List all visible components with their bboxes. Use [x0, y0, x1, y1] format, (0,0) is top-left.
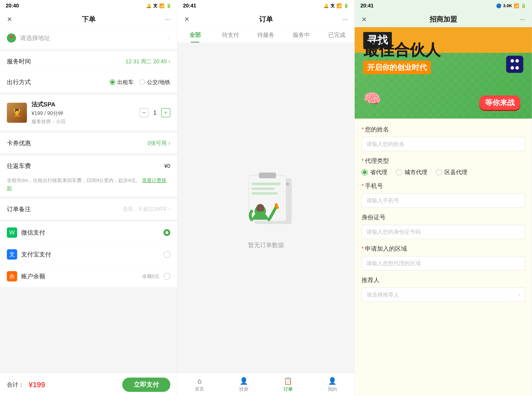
province-radio[interactable] — [362, 169, 368, 175]
battle-label: 等你来战 — [479, 95, 520, 110]
province-agent-option[interactable]: 省代理 — [362, 168, 387, 176]
battery-icon-2: 🔋 — [344, 3, 349, 8]
name-input[interactable]: 请输入您的姓名 — [362, 137, 525, 151]
city-agent-option[interactable]: 城市代理 — [396, 168, 427, 176]
best-partner-label: 最佳合伙人 — [363, 41, 523, 58]
transport-desc: 全程共0m，出租出行收取来回车费，日间9公里内，起步9元。 查看计费规则 — [0, 176, 177, 197]
tech-icon: 👤 — [239, 377, 248, 385]
service-thumbnail: 💆 — [7, 103, 27, 123]
more-button-3[interactable]: ··· — [520, 16, 525, 23]
page-title-2: 订单 — [259, 15, 273, 24]
area-input[interactable]: 请输入您想代理的区域 — [362, 256, 525, 270]
tab-pending-service[interactable]: 待服务 — [248, 27, 284, 43]
close-button-1[interactable]: ✕ — [7, 16, 12, 23]
transport-row: 出行方式 出租车 公交/地铁 — [0, 72, 177, 93]
referrer-select[interactable]: 请选择推荐人 › — [362, 288, 525, 302]
close-button-2[interactable]: ✕ — [184, 16, 190, 23]
status-bar-1: 20:40 🔔 支 📶 🔋 — [0, 0, 177, 12]
status-icons-1: 🔔 支 📶 🔋 — [146, 3, 172, 9]
status-icons-2: 🔔 支 📶 🔋 — [323, 3, 349, 9]
tab-all[interactable]: 全部 — [177, 27, 213, 43]
location-icon: 📍 — [7, 33, 16, 43]
balance-radio[interactable] — [163, 273, 170, 280]
payment-card: W 微信支付 支 支付宝支付 余 账户余额 余额0元 — [0, 222, 177, 287]
startup-era-label: 开启你的创业时代 — [363, 61, 431, 74]
city-radio[interactable] — [396, 169, 402, 175]
balance-row[interactable]: 余 账户余额 余额0元 — [0, 265, 177, 287]
wifi-icon: 📶 — [159, 3, 164, 8]
svg-rect-6 — [252, 183, 280, 185]
bus-radio[interactable] — [139, 79, 145, 85]
order-form-content: 📍 请选择地址 › 服务时间 12-31 周二 20:45 › 出行方式 出租车 — [0, 27, 177, 373]
note-row[interactable]: 订单备注 选填，不超过100字 › — [0, 199, 177, 219]
banner-content: 最佳合伙人 开启你的创业时代 — [363, 41, 523, 74]
service-time-card: 服务时间 12-31 周二 20:45 › 出行方式 出租车 公交/地铁 — [0, 51, 177, 93]
wechat-icon: W — [7, 227, 17, 238]
tech-label: 技师 — [239, 386, 248, 392]
district-radio[interactable] — [436, 169, 442, 175]
home-icon: ⌂ — [197, 377, 202, 385]
bottom-bar: 合计： ¥199 立即支付 — [0, 373, 177, 396]
brain-icon: 🧠 — [363, 90, 381, 107]
mine-icon: 👤 — [328, 377, 337, 385]
alipay-row[interactable]: 支 支付宝支付 — [0, 244, 177, 265]
svg-rect-4 — [249, 175, 286, 221]
decrease-button[interactable]: − — [139, 108, 149, 117]
empty-state: 暂无订单数据 — [177, 43, 354, 373]
notification-icon-2: 🔔 — [323, 3, 329, 8]
more-button-1[interactable]: ··· — [165, 16, 170, 23]
page-title-1: 下单 — [82, 15, 96, 24]
pay-now-button[interactable]: 立即支付 — [122, 378, 170, 392]
wifi-icon-2: 📶 — [336, 3, 342, 8]
coupon-arrow: › — [168, 140, 170, 146]
taxi-option[interactable]: 出租车 — [110, 79, 134, 86]
nav-tech[interactable]: 👤 技师 — [222, 377, 266, 392]
close-button-3[interactable]: ✕ — [362, 16, 367, 23]
alipay-radio[interactable] — [163, 251, 170, 258]
wechat-radio[interactable] — [163, 229, 170, 236]
coupon-row[interactable]: 卡券优惠 0张可用 › — [0, 133, 177, 153]
alipay-label: 支付宝支付 — [21, 250, 160, 258]
balance-label: 账户余额 — [21, 272, 138, 280]
agent-type-title: *代理类型 — [362, 157, 525, 165]
address-placeholder: 请选择地址 — [20, 34, 165, 42]
service-tech: 服务技师：小贝 — [31, 118, 135, 125]
page-title-3: 招商加盟 — [430, 15, 457, 24]
address-arrow: › — [169, 35, 170, 41]
balance-icon: 余 — [7, 271, 17, 281]
service-info: 法式SPA ¥199 / 90分钟 服务技师：小贝 — [31, 100, 135, 125]
more-button-2[interactable]: ··· — [342, 16, 348, 23]
service-time-label: 服务时间 — [7, 58, 126, 65]
svg-rect-8 — [252, 192, 277, 195]
panel-order-form: 20:40 🔔 支 📶 🔋 ✕ 下单 ··· 📍 请选择地址 › 服务时间 12… — [0, 0, 177, 396]
address-row[interactable]: 📍 请选择地址 › — [0, 27, 177, 49]
wechat-pay-label: 微信支付 — [21, 229, 160, 237]
tab-in-service[interactable]: 服务中 — [284, 27, 319, 43]
increase-button[interactable]: + — [161, 108, 170, 117]
empty-text: 暂无订单数据 — [248, 241, 284, 249]
id-input[interactable]: 请输入您的身份证号码 — [362, 225, 525, 239]
service-time-row[interactable]: 服务时间 12-31 周二 20:45 › — [0, 51, 177, 72]
agent-type-options: 省代理 城市代理 区县代理 — [362, 168, 525, 176]
mine-label: 我的 — [328, 386, 337, 392]
quantity-control: − 1 + — [139, 108, 170, 117]
district-agent-option[interactable]: 区县代理 — [436, 168, 467, 176]
tab-completed[interactable]: 已完成 — [319, 27, 354, 43]
phone-input[interactable]: 请输入手机号 — [362, 193, 525, 208]
bottom-nav-2: ⌂ 首页 👤 技师 📋 订单 👤 我的 — [177, 373, 354, 396]
nav-home[interactable]: ⌂ 首页 — [177, 377, 222, 392]
order-icon: 📋 — [284, 377, 292, 385]
coupon-card: 卡券优惠 0张可用 › — [0, 133, 177, 153]
bt-icon: 🔵 — [496, 3, 501, 8]
transport-options: 出租车 公交/地铁 — [110, 79, 170, 86]
status-bar-2: 20:41 🔔 支 📶 🔋 — [177, 0, 354, 12]
nav-bar-2: ✕ 订单 ··· — [177, 12, 354, 27]
taxi-radio[interactable] — [110, 79, 115, 85]
tab-pending-payment[interactable]: 待支付 — [213, 27, 248, 43]
bus-option[interactable]: 公交/地铁 — [139, 79, 170, 86]
nav-mine[interactable]: 👤 我的 — [310, 377, 354, 392]
nav-order[interactable]: 📋 订单 — [266, 377, 310, 392]
note-hint: 选填，不超过100字 › — [123, 206, 170, 213]
nav-bar-3: ✕ 招商加盟 ··· — [355, 12, 532, 27]
wechat-pay-row[interactable]: W 微信支付 — [0, 222, 177, 244]
